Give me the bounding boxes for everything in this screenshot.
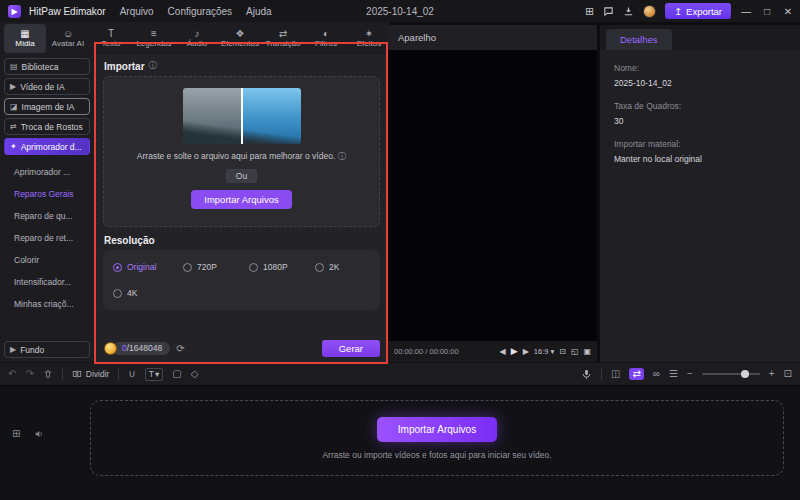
sidebar-item-video-de-ia[interactable]: ▶ Vídeo de IA <box>4 78 90 95</box>
sidebar-item-fundo[interactable]: ▶ Fundo <box>4 341 90 358</box>
refresh-icon[interactable]: ⟳ <box>176 343 184 354</box>
user-avatar[interactable] <box>643 5 656 18</box>
timeline-import-button[interactable]: Importar Arquivos <box>377 417 497 442</box>
redo-icon[interactable]: ↷ <box>25 369 33 379</box>
tab-midia[interactable]: ▦ Mídia <box>4 24 46 53</box>
sidebar-sublist: Aprimorador ... Reparos Gerais Reparo de… <box>0 161 94 315</box>
file-dropzone[interactable]: Arraste e solte o arquivo aqui para melh… <box>103 76 380 227</box>
preview-viewport[interactable] <box>388 50 597 341</box>
snapshot-icon[interactable]: ⊡ <box>559 348 566 356</box>
track-view-icon[interactable]: ◫ <box>611 369 620 379</box>
zoom-out-icon[interactable]: − <box>687 369 693 379</box>
menu-configuracoes[interactable]: Configurações <box>168 6 232 17</box>
link-clips-icon[interactable]: ∞ <box>653 369 660 379</box>
fit-timeline-icon[interactable]: ⊡ <box>784 369 792 379</box>
export-icon: ↥ <box>674 6 682 17</box>
import-title: Importar <box>104 61 145 72</box>
detail-field-nome: Nome: 2025-10-14_02 <box>614 63 786 88</box>
sidebar-item-imagem-de-ia[interactable]: ◪ Imagem de IA <box>4 98 90 115</box>
time-display: 00:00:00 / 00:00:00 <box>394 347 459 356</box>
transition-icon: ⇄ <box>279 29 287 39</box>
subtitles-icon: ≡ <box>151 29 157 39</box>
undo-icon[interactable]: ↶ <box>8 369 16 379</box>
close-button[interactable]: ✕ <box>782 6 794 17</box>
media-icon: ▦ <box>20 29 29 39</box>
sidebar-subitem-minhas-criacoes[interactable]: Minhas criaçõ... <box>0 293 94 315</box>
sidebar-subitem-reparo-de-qu[interactable]: Reparo de qu... <box>0 205 94 227</box>
menu-arquivo[interactable]: Arquivo <box>120 6 154 17</box>
feedback-icon[interactable] <box>603 6 614 17</box>
split-button[interactable]: Dividir <box>72 369 110 379</box>
or-label: Ou <box>226 169 257 183</box>
tab-audio[interactable]: ♪ Áudio <box>176 24 218 53</box>
before-after-thumbnail <box>183 88 301 144</box>
prev-frame-icon[interactable]: ◀ <box>500 348 506 356</box>
ai-image-icon: ◪ <box>10 103 18 111</box>
magnet-icon[interactable]: ∪ <box>128 369 135 379</box>
radio-1080p[interactable]: 1080P <box>249 259 315 275</box>
crop-icon[interactable]: ▢ <box>172 369 181 379</box>
voice-record-icon[interactable] <box>581 369 592 380</box>
generate-button[interactable]: Gerar <box>322 340 380 357</box>
download-icon[interactable] <box>623 6 634 17</box>
resize-icon[interactable]: ◱ <box>571 348 579 356</box>
tab-transicao[interactable]: ⇄ Transição <box>262 24 304 53</box>
delete-icon[interactable] <box>43 369 53 379</box>
minimize-button[interactable]: — <box>740 6 752 17</box>
library-icon: ▤ <box>10 63 18 71</box>
tab-detalhes[interactable]: Detalhes <box>606 29 672 50</box>
chevron-down-icon: ▾ <box>155 369 159 379</box>
maximize-button[interactable]: □ <box>761 6 773 17</box>
track-audio-icon[interactable] <box>34 429 44 439</box>
tab-avatar-ai[interactable]: ☺ Avatar AI <box>47 24 89 53</box>
tab-legendas[interactable]: ≡ Legendas <box>133 24 175 53</box>
timeline-zoom-slider[interactable] <box>702 373 760 375</box>
play-icon[interactable]: ▶ <box>511 347 518 356</box>
radio-720p[interactable]: 720P <box>183 259 249 275</box>
menu-ajuda[interactable]: Ajuda <box>246 6 272 17</box>
audio-icon: ♪ <box>195 29 200 39</box>
filters-icon: ◐ <box>323 29 329 39</box>
next-frame-icon[interactable]: ▶ <box>523 348 529 356</box>
enhancer-icon: ✦ <box>10 143 17 151</box>
tab-elementos[interactable]: ❖ Elementos <box>219 24 261 53</box>
sidebar-item-troca-de-rostos[interactable]: ⇄ Troca de Rostos <box>4 118 90 135</box>
effects-icon: ✶ <box>365 29 373 39</box>
sidebar: ▤ Biblioteca ▶ Vídeo de IA ◪ Imagem de I… <box>0 55 95 362</box>
sidebar-subitem-aprimorador[interactable]: Aprimorador ... <box>0 161 94 183</box>
tab-texto[interactable]: T Texto <box>90 24 132 53</box>
sidebar-item-aprimorador[interactable]: ✦ Aprimorador d... <box>4 138 90 155</box>
radio-original[interactable]: Original <box>113 259 183 275</box>
tab-filtros[interactable]: ◐ Filtros <box>305 24 347 53</box>
radio-2k[interactable]: 2K <box>315 259 355 275</box>
chevron-down-icon: ▾ <box>550 347 554 356</box>
radio-dot-icon <box>113 289 122 298</box>
track-grid-icon[interactable]: ⊞ <box>12 428 20 439</box>
fullscreen-icon[interactable]: ▣ <box>583 348 591 356</box>
sidebar-item-biblioteca[interactable]: ▤ Biblioteca <box>4 58 90 75</box>
timeline-dropzone[interactable]: Importar Arquivos Arraste ou importe víd… <box>90 400 784 476</box>
info-icon[interactable]: ⓘ <box>338 151 347 161</box>
text-tool-button[interactable]: T ▾ <box>145 368 163 381</box>
radio-dot-icon <box>249 263 258 272</box>
radio-4k[interactable]: 4K <box>113 285 179 301</box>
keyframe-icon[interactable]: ◇ <box>191 369 199 379</box>
track-manager-icon[interactable]: ☰ <box>669 369 678 379</box>
auto-ripple-icon[interactable]: ⇄ <box>629 368 643 380</box>
text-icon: T <box>108 29 114 39</box>
zoom-in-icon[interactable]: + <box>769 369 775 379</box>
radio-dot-icon <box>315 263 324 272</box>
import-files-button[interactable]: Importar Arquivos <box>191 190 291 209</box>
export-button[interactable]: ↥ Exportar <box>665 3 731 19</box>
sidebar-subitem-colorir[interactable]: Colorir <box>0 249 94 271</box>
info-icon[interactable]: ⓘ <box>149 60 158 72</box>
aspect-ratio-select[interactable]: 16:9 ▾ <box>534 347 554 356</box>
layout-icon[interactable]: ⊞ <box>585 6 594 17</box>
sidebar-subitem-reparos-gerais[interactable]: Reparos Gerais <box>0 183 94 205</box>
timeline-hint-text: Arraste ou importe vídeos e fotos aqui p… <box>322 450 551 460</box>
slider-knob[interactable] <box>741 370 749 378</box>
sidebar-subitem-reparo-de-ret[interactable]: Reparo de ret... <box>0 227 94 249</box>
sidebar-subitem-intensificador[interactable]: Intensificador... <box>0 271 94 293</box>
credits-counter: 0/1648048 <box>112 342 170 355</box>
tab-efeitos[interactable]: ✶ Efeitos <box>348 24 390 53</box>
